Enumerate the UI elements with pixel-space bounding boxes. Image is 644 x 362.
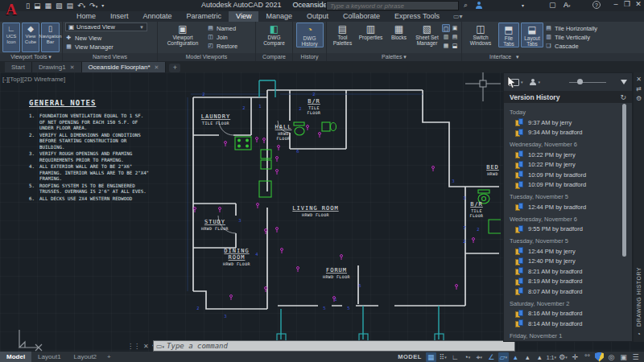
version-entry[interactable]: 10:22 PM by jerry [510,160,632,171]
ucs-icon-button[interactable]: ∟ UCS Icon [2,23,20,52]
filter-funnel-icon[interactable] [621,80,627,84]
autoscale-icon[interactable]: ▴ [522,352,533,362]
file-tab-drawing1[interactable]: Drawing1 ✕ [32,62,82,72]
ribbon-tab-parametric[interactable]: Parametric [180,11,229,22]
tool-palettes-button[interactable]: ▤ Tool Palettes [329,23,356,46]
view-cube-button[interactable]: ◆ View Cube [22,23,39,52]
qat-customize-icon[interactable]: ▾ [101,1,104,10]
annotation-monitor-icon[interactable]: ✛ [570,352,580,362]
version-entry[interactable]: 9:37 AM by jerry [510,117,632,128]
palette-mini-icon[interactable]: ▦ [442,42,450,50]
grid-toggle-icon[interactable]: ▦ [426,352,436,362]
annotation-visibility-icon[interactable]: ▴ [510,352,521,362]
version-entry[interactable]: 12:44 PM by jerry [510,246,632,257]
version-entry[interactable]: 9:34 AM by bradford [510,128,632,138]
version-entry[interactable]: 10:09 PM by bradford [510,170,632,180]
layout-tabs-button[interactable]: ⬓ Layout Tabs [521,23,543,47]
palette-mini-icon[interactable]: ▤ [451,33,459,41]
version-entry[interactable]: 8:16 AM by bradford [510,309,632,319]
command-input[interactable]: Type a command [167,342,228,350]
new-tab-button[interactable]: + [169,64,180,72]
scale-value[interactable]: 1:1▾ [547,352,556,362]
search-icon[interactable]: ⌕ [464,1,468,10]
file-tab-oceanside-floorplan[interactable]: Oceanside Floorplan* ✕ [82,62,167,72]
close-tab-icon[interactable]: ✕ [70,64,75,71]
close-button[interactable]: ✕ [633,0,644,8]
ortho-toggle-icon[interactable]: ∟ [450,352,460,362]
save-icon[interactable]: ▦ [44,1,52,10]
refresh-icon[interactable]: ↻ [620,93,626,101]
save-as-icon[interactable]: ▧ [56,1,63,10]
scrollbar-thumb[interactable] [622,104,626,257]
new-layout-button[interactable]: + [103,353,115,360]
ribbon-tab-insert[interactable]: Insert [103,11,136,22]
layout-tab-model[interactable]: Model [0,352,31,362]
version-entry[interactable]: 8:21 AM by bradford [510,266,632,277]
ribbon-tab-express-tools[interactable]: Express Tools [387,11,447,22]
restore-button[interactable]: ❐ [621,0,633,8]
units-icon[interactable]: °° [582,352,592,362]
command-recent-icon[interactable]: ▭▾ [154,343,167,350]
navigation-bar-button[interactable]: ▯ Navigation Bar [41,23,60,52]
help-search-input[interactable] [326,1,459,10]
object-snap-icon[interactable]: ▱▾ [498,352,509,362]
sheet-set-manager-button[interactable]: ▧ Sheet Set Manager [414,23,440,46]
palette-mini-icon[interactable]: ▥ [442,33,450,41]
application-menu-button[interactable]: A [2,1,20,19]
date-range-slider[interactable] [569,78,606,86]
ribbon-tab-home[interactable]: Home [69,11,103,22]
view-dropdown[interactable]: ▣ Unsaved View ▼ [65,23,147,31]
close-tab-icon[interactable]: ✕ [155,64,159,71]
panel-label-palettes[interactable]: Palettes ▾ [327,53,461,61]
join-viewports-button[interactable]: ◫ Join [207,33,237,41]
version-entry[interactable]: 12:40 PM by jerry [510,257,632,267]
new-view-button[interactable]: ✚ New View [65,34,155,42]
ribbon-tab-view[interactable]: View [229,11,258,22]
app-store-cart-icon[interactable]: ▢ [549,1,556,9]
help-icon[interactable]: ? [592,1,601,9]
palette-mini-icon[interactable]: ⬓ [451,42,459,50]
panel-label-viewport-tools[interactable]: Viewport Tools ▾ [0,53,62,61]
model-space-label[interactable]: MODEL [398,353,422,360]
ribbon-tab-manage[interactable]: Manage [258,11,299,22]
graphics-performance-icon[interactable] [594,352,605,362]
clean-screen-icon[interactable]: ▣ [618,352,629,362]
isodraft-icon[interactable]: ⌖▾ [474,352,485,362]
ribbon-tab-output[interactable]: Output [299,11,336,22]
command-line[interactable]: ▭▾ Type a command [153,340,515,352]
palette-mini-icon[interactable]: ▢ [442,24,450,32]
view-manager-button[interactable]: ▦ View Manager [65,43,155,51]
named-viewports-button[interactable]: ▤ Named [207,24,237,32]
tile-horizontally-button[interactable]: ▤ Tile Horizontally [545,24,597,32]
redo-icon[interactable]: ↷▾ [89,1,97,11]
close-command-icon[interactable]: ✕ [143,343,149,350]
auto-hide-pin-icon[interactable]: ⇄ [636,84,642,94]
layout-tab-layout1[interactable]: Layout1 [31,352,67,362]
drag-handle-icon[interactable]: ⋮⋮ [127,343,140,350]
tile-vertically-button[interactable]: ▥ Tile Vertically [545,33,597,41]
version-entry[interactable]: 8:19 AM by bradford [510,277,632,287]
cascade-button[interactable]: ❏ Cascade [545,42,597,50]
undo-icon[interactable]: ↶▾ [77,1,85,11]
viewport-configuration-button[interactable]: ▣ Viewport Configuration [160,23,205,46]
polar-tracking-icon[interactable]: ◔▾ [462,352,473,362]
minimize-button[interactable]: – [610,0,621,8]
properties-button[interactable]: ▥ Properties [357,23,384,40]
isolate-objects-icon[interactable]: ◎ [606,352,617,362]
dwg-compare-button[interactable]: ◧ DWG Compare [261,23,288,46]
version-entry[interactable]: 10:22 PM by jerry [510,150,632,160]
customization-menu-icon[interactable]: ☰ [630,352,641,362]
palette-mini-icon[interactable]: ▣ [451,24,459,32]
version-entry[interactable]: 9:55 PM by bradford [510,224,632,235]
snap-toggle-icon[interactable]: ⠿▾ [438,352,448,362]
version-entry[interactable]: 12:44 PM by bradford [510,202,632,212]
user-filter-icon[interactable]: ▾ [530,79,541,86]
annotation-scale-icon[interactable]: ▴ [535,352,545,362]
autodesk-a-icon[interactable]: A▾ [564,1,571,9]
featured-apps-icon[interactable]: ▭▾ [447,11,463,22]
restore-viewports-button[interactable]: ◰ Restore [207,42,237,50]
switch-windows-button[interactable]: ◫ Switch Windows [464,23,497,46]
open-file-icon[interactable]: ⬓ [34,1,41,10]
workspace-gear-icon[interactable]: ⚙▾ [558,352,568,362]
dwg-history-button[interactable]: ◔ DWG History [296,23,324,47]
